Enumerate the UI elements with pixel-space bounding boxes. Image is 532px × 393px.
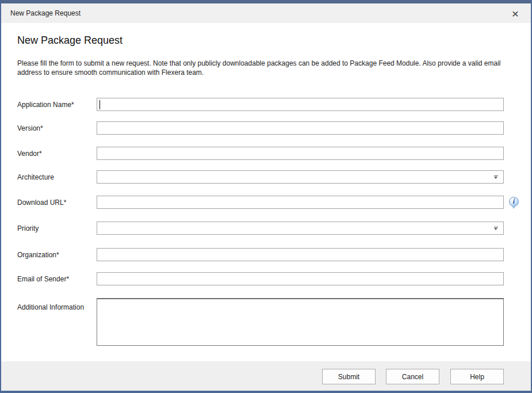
field-label: Architecture <box>17 173 54 181</box>
vendor-input[interactable] <box>97 147 504 160</box>
dialog-border-bottom <box>0 391 532 393</box>
button-bar: Submit Cancel Help <box>1 361 531 391</box>
priority-select[interactable] <box>97 222 504 235</box>
page-description: Please fill the form to submit a new req… <box>17 59 507 77</box>
window-title: New Package Request <box>10 9 81 17</box>
field-label: Priority <box>17 224 39 232</box>
page-title: New Package Request <box>17 35 123 47</box>
field-label: Email of Sender* <box>17 275 69 283</box>
titlebar: New Package Request × <box>1 3 531 23</box>
form-row-priority: Priority <box>17 222 523 235</box>
form-row-version: Version* <box>17 121 523 135</box>
field-label: Application Name* <box>17 101 74 109</box>
form-row-architecture: Architecture <box>17 170 523 184</box>
architecture-select[interactable] <box>97 170 504 184</box>
info-balloon-icon[interactable]: i <box>509 197 519 207</box>
field-label: Download URL* <box>17 199 66 207</box>
submit-button[interactable]: Submit <box>322 369 376 384</box>
dialog-new-package-request: New Package Request × New Package Reques… <box>0 0 532 393</box>
version-input[interactable] <box>97 121 504 135</box>
field-label: Vendor* <box>17 150 42 158</box>
text-caret <box>99 100 100 109</box>
form-row-email-of-sender: Email of Sender* <box>17 272 523 286</box>
form-row-additional-information: Additional Information <box>17 298 523 346</box>
email-of-sender-input[interactable] <box>97 272 504 285</box>
field-label: Organization* <box>17 251 59 259</box>
close-button[interactable]: × <box>507 6 524 21</box>
organization-input[interactable] <box>97 248 504 261</box>
dropdown-arrow-icon <box>494 175 498 179</box>
field-label: Version* <box>17 124 43 132</box>
download-url-input[interactable] <box>97 196 504 209</box>
application-name-input[interactable] <box>97 98 504 111</box>
field-label: Additional Information <box>17 303 84 311</box>
form-row-download-url: Download URL* i <box>17 196 523 209</box>
additional-information-textarea[interactable] <box>97 298 504 346</box>
close-icon: × <box>512 7 519 20</box>
help-button[interactable]: Help <box>450 369 504 384</box>
dialog-border-left <box>0 0 1 393</box>
form-row-application-name: Application Name* <box>17 98 523 112</box>
dropdown-arrow-icon <box>494 227 498 230</box>
form-row-vendor: Vendor* <box>17 147 523 161</box>
cancel-button[interactable]: Cancel <box>386 369 439 384</box>
form-row-organization: Organization* <box>17 248 523 262</box>
